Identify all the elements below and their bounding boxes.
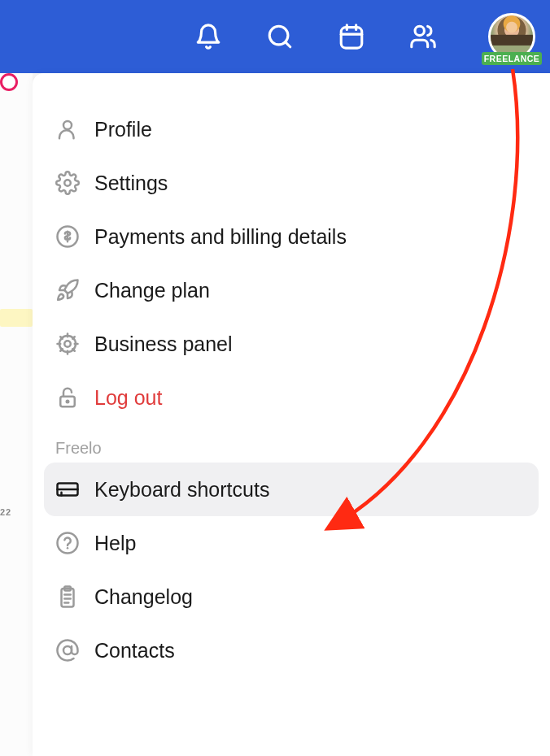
notification-icon[interactable]	[192, 20, 225, 53]
svg-point-25	[58, 533, 78, 554]
clipboard-icon	[55, 584, 80, 609]
menu-item-label: Log out	[94, 386, 162, 410]
at-icon	[55, 638, 80, 663]
menu-item-label: Change plan	[94, 279, 210, 302]
svg-line-16	[60, 337, 63, 339]
menu-item-payments[interactable]: Payments and billing details	[44, 210, 539, 263]
svg-line-1	[286, 42, 290, 47]
menu-item-label: Profile	[94, 118, 152, 141]
menu-item-label: Contacts	[94, 639, 175, 663]
topbar: FREELANCE	[0, 0, 550, 73]
menu-item-settings[interactable]: Settings	[44, 156, 539, 210]
svg-point-11	[64, 341, 71, 347]
menu-item-change-plan[interactable]: Change plan	[44, 263, 539, 317]
menu-item-label: Keyboard shortcuts	[94, 478, 269, 502]
calendar-icon[interactable]	[335, 20, 368, 53]
svg-line-18	[60, 349, 63, 351]
menu-item-profile[interactable]: Profile	[44, 102, 539, 156]
menu-item-contacts[interactable]: Contacts	[44, 623, 539, 677]
section-label: Freelo	[44, 424, 539, 463]
svg-rect-2	[341, 28, 362, 48]
keyboard-icon	[55, 477, 80, 502]
svg-point-21	[67, 401, 69, 403]
menu-item-label: Settings	[94, 172, 168, 195]
people-icon[interactable]	[407, 20, 439, 53]
avatar-menu-trigger[interactable]: FREELANCE	[488, 13, 535, 60]
svg-point-7	[63, 121, 72, 129]
plan-badge: FREELANCE	[482, 52, 542, 65]
user-icon	[55, 117, 80, 141]
menu: Profile Settings Payments and billing de…	[33, 73, 550, 677]
helm-icon	[55, 332, 80, 356]
menu-item-keyboard-shortcuts[interactable]: Keyboard shortcuts	[44, 463, 539, 516]
svg-point-32	[63, 646, 72, 654]
svg-point-6	[415, 26, 424, 35]
menu-item-label: Business panel	[94, 332, 233, 356]
menu-item-business-panel[interactable]: Business panel	[44, 317, 539, 371]
gear-icon	[55, 171, 80, 195]
menu-item-label: Payments and billing details	[94, 225, 347, 249]
dollar-icon	[55, 224, 80, 249]
menu-item-label: Help	[94, 532, 136, 555]
dropdown-panel: Profile Settings Payments and billing de…	[33, 73, 550, 756]
svg-point-8	[64, 180, 71, 186]
lock-icon	[55, 385, 80, 410]
menu-item-logout[interactable]: Log out	[44, 371, 539, 424]
rocket-icon	[55, 278, 80, 302]
svg-line-19	[72, 337, 75, 339]
menu-item-help[interactable]: Help	[44, 516, 539, 570]
menu-item-label: Changelog	[94, 585, 193, 609]
help-icon	[55, 531, 80, 555]
svg-line-17	[72, 349, 75, 351]
backdrop: 22	[0, 73, 33, 756]
menu-item-changelog[interactable]: Changelog	[44, 570, 539, 623]
search-icon[interactable]	[264, 20, 296, 53]
